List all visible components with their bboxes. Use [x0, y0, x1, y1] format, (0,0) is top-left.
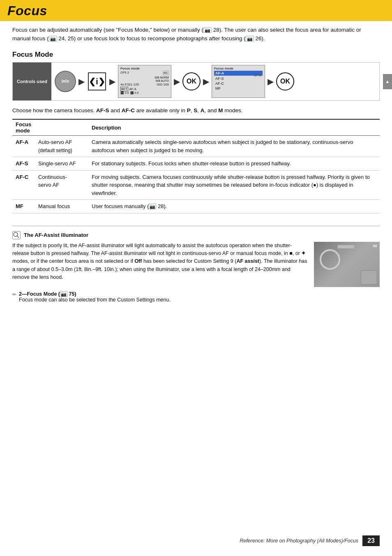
note-title-row: The AF-Assist Illuminator [12, 231, 380, 239]
lens-circle [320, 249, 340, 270]
table-row: AF-A Auto-servo AF(default setting) Came… [12, 136, 380, 157]
controls-steps: info ▶ ❮i❯ ▶ Focus mode CP5 2 [51, 63, 379, 100]
screen-1-title: Focus mode [120, 67, 169, 70]
table-row: AF-S Single-servo AF For stationary subj… [12, 157, 380, 171]
af-assist-icon [12, 231, 21, 239]
row-mf-desc: User focuses manually (📷 28). [88, 200, 380, 213]
camera-wheel [339, 250, 344, 254]
camera-image: NI [314, 242, 380, 287]
arrow-right-5: ▶ [267, 76, 274, 86]
page-title: Focus [7, 3, 385, 19]
nav-multi-selector: ❮i❯ [87, 72, 107, 91]
screen-1-values: 4o F321 125 ISO 100 [120, 83, 169, 86]
magnifier-icon [13, 232, 20, 239]
row-afc-code: AF-C [12, 170, 35, 200]
screen-1-af-row: BKT AF-A [120, 87, 169, 91]
custom-note-heading: 2—Focus Mode (📷 75) [19, 291, 76, 297]
row-afs-desc: For stationary subjects. Focus locks whe… [88, 157, 380, 171]
ok-button-1: OK [182, 72, 201, 90]
arrow-right-3: ▶ [174, 76, 180, 86]
row-afa-name: Auto-servo AF(default setting) [35, 136, 88, 157]
row-afc-desc: For moving subjects. Camera focuses cont… [88, 170, 380, 200]
controls-label: Controls used [13, 63, 51, 100]
controls-diagram: Controls used info ▶ ❮i❯ ▶ [12, 62, 380, 101]
footer-right: Reference: More on Photography (All Mode… [240, 535, 380, 546]
modes-bold: P [187, 107, 191, 114]
info-label: info [62, 79, 69, 83]
section-heading-focus-mode: Focus Mode [12, 51, 380, 59]
screen-1-bottom: ⬛ 0.0 ⬛ 0.0 [120, 91, 169, 95]
col-focus-mode: Focus mode [12, 119, 35, 136]
row-afs-code: AF-S [12, 157, 35, 171]
page-footer: Reference: More on Photography (All Mode… [0, 535, 392, 546]
screen-2-afa-label: AF-A [254, 74, 261, 77]
camera-back-panel [361, 270, 377, 285]
table-header: Focus mode Description [12, 119, 380, 136]
svg-point-0 [14, 232, 18, 236]
arrow-right-1: ▶ [78, 76, 85, 86]
row-afa-code: AF-A [12, 136, 35, 157]
row-afc-name: Continuous-servo AF [35, 170, 88, 200]
screen-2-afc: AF-C [214, 81, 263, 86]
note-title: The AF-Assist Illuminator [24, 232, 88, 238]
afs-bold: AF-S [96, 107, 109, 114]
off-bold: Off [134, 258, 142, 264]
row-afs-name: Single-servo AF [35, 157, 88, 171]
nav-icon: ❮i❯ [88, 72, 106, 90]
info-btn: info [55, 71, 76, 92]
ok-button-2: OK [276, 72, 294, 90]
table-row: AF-C Continuous-servo AF For moving subj… [12, 170, 380, 200]
content-area: Focus can be adjusted automatically (see… [0, 26, 392, 213]
intro-paragraph: Focus can be adjusted automatically (see… [12, 26, 380, 43]
afc-bold: AF-C [122, 107, 135, 114]
footer-text: Reference: More on Photography (All Mode… [240, 538, 358, 544]
table-body: AF-A Auto-servo AF(default setting) Came… [12, 136, 380, 213]
nikon-label: NI [373, 244, 377, 248]
step-info-button: info [55, 71, 76, 92]
note-box: The AF-Assist Illuminator If the subject… [12, 226, 380, 287]
page-header: Focus [0, 0, 392, 21]
table-header-row: Focus mode Description [12, 119, 380, 136]
choose-text-paragraph: Choose how the camera focuses. AF-S and … [12, 107, 380, 115]
screen-2: Focus mode AF-A AF-S AF-C MF AF-A [212, 65, 265, 98]
af-assist-bold: AF assist [236, 258, 259, 264]
arrow-right-4: ▶ [203, 76, 209, 86]
side-tab: ▲ [383, 74, 392, 89]
page: Focus ▲ Focus can be adjusted automatica… [0, 0, 392, 556]
custom-settings-note: ✏ 2—Focus Mode (📷 75) Focus mode can als… [12, 291, 380, 303]
nav-i-label: ❮i❯ [89, 76, 105, 86]
footer-page-number: 23 [362, 535, 380, 546]
screen-2-title: Focus mode [214, 67, 263, 70]
screen-1-auto-row: WB AUTO [120, 79, 169, 82]
svg-line-1 [17, 236, 19, 238]
screen-1-top-row: CP5 2 RC [120, 71, 169, 75]
focus-table: Focus mode Description AF-A Auto-servo A… [12, 119, 380, 213]
note-content: If the subject is poorly lit, the AF-ass… [12, 242, 380, 287]
arrow-right-2: ▶ [109, 76, 115, 86]
custom-note-content: 2—Focus Mode (📷 75) Focus mode can also … [19, 291, 171, 303]
note-text: If the subject is poorly lit, the AF-ass… [12, 242, 307, 282]
custom-note-text: Focus mode can also be selected from the… [19, 297, 171, 303]
row-mf-code: MF [12, 200, 35, 213]
col-name [35, 119, 88, 136]
screen-1-wb-row: WB NORM [120, 76, 169, 79]
ok-label-1: OK [187, 78, 196, 85]
screen-2-mf: MF [214, 86, 263, 91]
ok-label-2: OK [280, 78, 290, 85]
screen-1: Focus mode CP5 2 RC WB NORM WB AUTO 4o F… [118, 65, 171, 98]
col-description: Description [88, 119, 380, 136]
table-row: MF Manual focus User focuses manually (📷… [12, 200, 380, 213]
pencil-icon: ✏ [12, 292, 16, 297]
camera-top-detail [338, 245, 354, 248]
row-mf-name: Manual focus [35, 200, 88, 213]
row-afa-desc: Camera automatically selects single-serv… [88, 136, 380, 157]
